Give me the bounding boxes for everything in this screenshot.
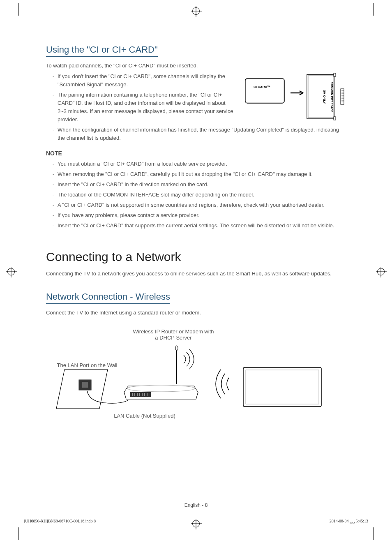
router-icon xyxy=(124,346,198,399)
registration-mark-icon xyxy=(377,268,385,275)
wireless-diagram: Wireless IP Router or Modem with a DHCP … xyxy=(46,328,346,423)
list-item: A "CI or CI+ CARD" is not supported in s… xyxy=(53,201,346,209)
section-title-wireless: Network Connection - Wireless xyxy=(46,291,170,304)
note-heading: NOTE xyxy=(46,150,346,157)
svg-text:COMMON INTERFACE: COMMON INTERFACE xyxy=(330,81,333,112)
svg-rect-5 xyxy=(334,117,336,120)
wall-port-icon xyxy=(56,370,128,409)
lan-cable-label: LAN Cable (Not Supplied) xyxy=(99,413,190,419)
wireless-intro: Connect the TV to the Internet using a s… xyxy=(46,309,346,317)
svg-rect-22 xyxy=(130,392,151,397)
svg-rect-0 xyxy=(245,79,284,103)
footer-right: 2014-08-04 ␣␣ 5:45:13 xyxy=(330,519,368,523)
list-item: The location of the COMMON INTERFACE slo… xyxy=(53,191,346,199)
registration-mark-icon xyxy=(192,7,200,15)
list-item: If you don't insert the "CI or CI+ CARD"… xyxy=(53,72,235,89)
svg-rect-6 xyxy=(341,89,344,104)
svg-point-20 xyxy=(175,346,178,351)
major-title-network: Connecting to a Network xyxy=(46,250,346,264)
list-item: When the configuration of channel inform… xyxy=(53,126,346,142)
footer-left: [UH6850-XH]BN68-06710C-00L16.indb 8 xyxy=(24,519,96,523)
tv-icon xyxy=(243,367,321,407)
list-item: When removing the "CI or CI+ CARD", care… xyxy=(53,170,346,178)
list-item: If you have any problems, please contact… xyxy=(53,211,346,220)
svg-rect-18 xyxy=(82,382,88,388)
svg-rect-4 xyxy=(334,73,336,76)
registration-mark-icon xyxy=(192,520,200,527)
ci-intro: To watch paid channels, the "CI or CI+ C… xyxy=(46,62,346,70)
svg-point-21 xyxy=(127,385,195,392)
ci-bullets-top: If you don't insert the "CI or CI+ CARD"… xyxy=(46,72,235,124)
ci-bullets-wide: When the configuration of channel inform… xyxy=(46,126,346,142)
svg-text:5V ONLY: 5V ONLY xyxy=(323,90,326,104)
registration-mark-icon xyxy=(7,268,15,275)
ci-card-label: CI CARD™ xyxy=(254,85,270,89)
svg-rect-31 xyxy=(246,370,319,404)
page-content: Using the "CI or CI+ CARD" To watch paid… xyxy=(46,44,346,423)
page-number: English - 8 xyxy=(184,502,208,508)
svg-rect-3 xyxy=(308,76,334,118)
list-item: Insert the "CI or CI+ CARD" that support… xyxy=(53,222,346,230)
section-title-ci-card: Using the "CI or CI+ CARD" xyxy=(46,44,158,57)
network-intro: Connecting the TV to a network gives you… xyxy=(46,270,346,278)
list-item: Insert the "CI or CI+ CARD" in the direc… xyxy=(53,180,346,189)
ci-notes: You must obtain a "CI or CI+ CARD" from … xyxy=(46,160,346,230)
list-item: You must obtain a "CI or CI+ CARD" from … xyxy=(53,160,346,168)
wifi-signal-icon xyxy=(216,370,229,398)
ci-card-diagram: CI CARD™ 5V ONLY xyxy=(243,72,346,126)
list-item: The pairing information containing a tel… xyxy=(53,91,235,124)
